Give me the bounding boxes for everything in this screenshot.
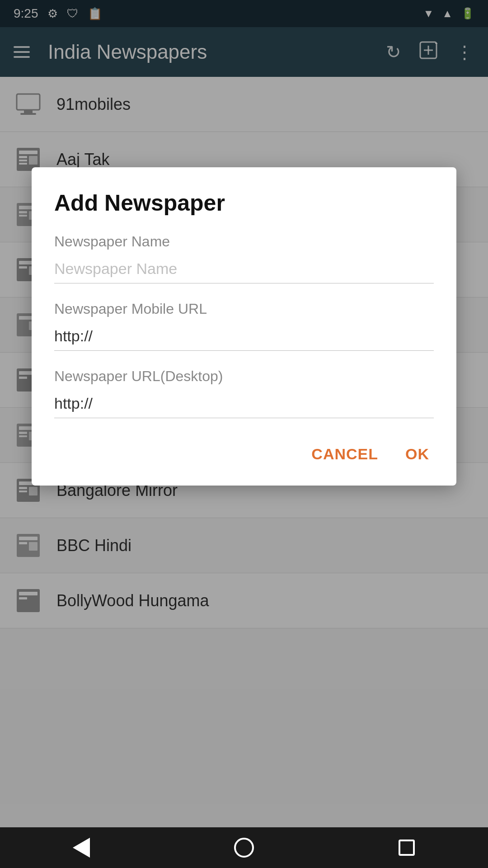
recents-button[interactable] xyxy=(389,830,425,866)
back-button[interactable] xyxy=(63,830,99,866)
home-icon xyxy=(234,838,254,858)
cancel-button[interactable]: CANCEL xyxy=(307,441,383,467)
mobile-url-label: Newspaper Mobile URL xyxy=(54,301,434,317)
add-newspaper-dialog: Add Newspaper Newspaper Name Newspaper M… xyxy=(32,167,456,486)
mobile-url-input[interactable] xyxy=(54,323,434,351)
newspaper-name-input[interactable] xyxy=(54,255,434,283)
name-field-label: Newspaper Name xyxy=(54,233,434,250)
recents-icon xyxy=(399,840,415,856)
navigation-bar xyxy=(0,827,488,868)
dialog-title: Add Newspaper xyxy=(54,190,434,216)
back-icon xyxy=(73,838,90,858)
home-button[interactable] xyxy=(226,830,262,866)
desktop-url-label: Newspaper URL(Desktop) xyxy=(54,368,434,385)
ok-button[interactable]: OK xyxy=(401,441,434,467)
dialog-actions: CANCEL OK xyxy=(54,436,434,467)
desktop-url-input[interactable] xyxy=(54,390,434,418)
